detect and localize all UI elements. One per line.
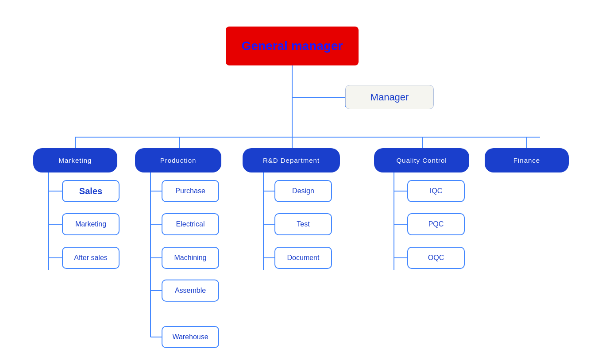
org-chart: General manager Manager Marketing Produc… [0, 0, 602, 364]
warehouse-node: Warehouse [162, 326, 219, 348]
after-sales-node: After sales [62, 247, 120, 269]
design-node: Design [274, 180, 332, 202]
marketing-sub-node: Marketing [62, 213, 120, 235]
sales-node: Sales [62, 180, 120, 202]
finance-dept-node: Finance [485, 148, 569, 172]
electrical-node: Electrical [162, 213, 219, 235]
pqc-node: PQC [407, 213, 465, 235]
purchase-node: Purchase [162, 180, 219, 202]
manager-node: Manager [345, 85, 434, 109]
document-node: Document [274, 247, 332, 269]
machining-node: Machining [162, 247, 219, 269]
oqc-node: OQC [407, 247, 465, 269]
production-dept-node: Production [135, 148, 221, 172]
general-manager-node: General manager [226, 27, 359, 65]
rd-dept-node: R&D Department [243, 148, 340, 172]
marketing-dept-node: Marketing [33, 148, 117, 172]
assemble-node: Assemble [162, 280, 219, 302]
quality-control-dept-node: Quality Control [374, 148, 469, 172]
test-node: Test [274, 213, 332, 235]
iqc-node: IQC [407, 180, 465, 202]
